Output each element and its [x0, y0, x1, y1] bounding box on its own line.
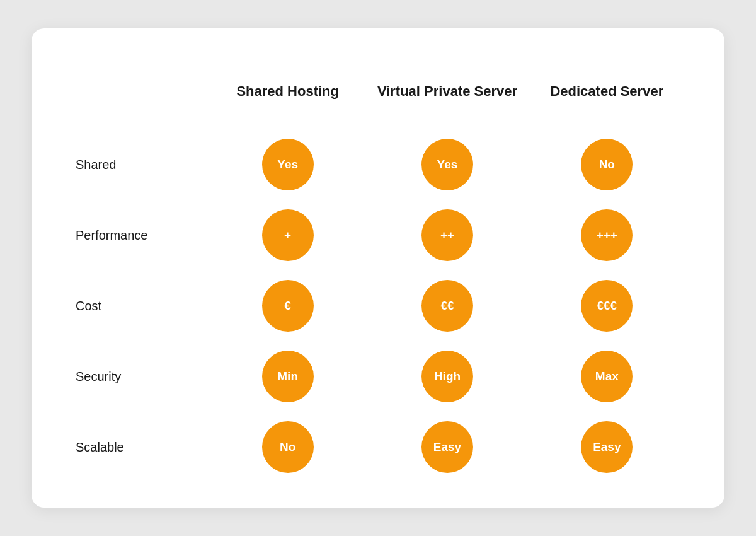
badge-shared-sh: Yes: [262, 139, 314, 190]
cell-shared-ded: No: [527, 139, 687, 190]
column-header-vps: Virtual Private Server: [367, 83, 527, 101]
column-header-shared-hosting: Shared Hosting: [208, 83, 367, 101]
badge-perf-ded: +++: [581, 209, 633, 261]
badge-perf-vps: ++: [421, 209, 473, 261]
badge-shared-ded: No: [581, 139, 633, 190]
cell-perf-vps: ++: [367, 209, 527, 261]
cell-sec-vps: High: [367, 351, 527, 402]
cell-sec-sh: Min: [208, 351, 367, 402]
column-header-dedicated: Dedicated Server: [527, 83, 687, 101]
badge-shared-vps: Yes: [421, 139, 473, 190]
cell-sec-ded: Max: [527, 351, 687, 402]
comparison-table: Shared Hosting Virtual Private Server De…: [69, 54, 687, 482]
cell-scale-ded: Easy: [527, 421, 687, 473]
row-label-scalable: Scalable: [69, 440, 208, 455]
cell-scale-vps: Easy: [367, 421, 527, 473]
cell-perf-sh: +: [208, 209, 367, 261]
badge-cost-vps: €€: [421, 280, 473, 332]
cell-scale-sh: No: [208, 421, 367, 473]
cell-shared-sh: Yes: [208, 139, 367, 190]
badge-perf-sh: +: [262, 209, 314, 261]
row-label-performance: Performance: [69, 228, 208, 243]
cell-perf-ded: +++: [527, 209, 687, 261]
comparison-card: Shared Hosting Virtual Private Server De…: [32, 28, 724, 508]
badge-sec-sh: Min: [262, 351, 314, 402]
badge-cost-ded: €€€: [581, 280, 633, 332]
cell-cost-sh: €: [208, 280, 367, 332]
badge-scale-ded: Easy: [581, 421, 633, 473]
cell-cost-ded: €€€: [527, 280, 687, 332]
cell-cost-vps: €€: [367, 280, 527, 332]
row-label-cost: Cost: [69, 299, 208, 313]
row-label-security: Security: [69, 370, 208, 384]
row-label-shared: Shared: [69, 158, 208, 172]
badge-sec-vps: High: [421, 351, 473, 402]
badge-cost-sh: €: [262, 280, 314, 332]
badge-sec-ded: Max: [581, 351, 633, 402]
cell-shared-vps: Yes: [367, 139, 527, 190]
badge-scale-sh: No: [262, 421, 314, 473]
badge-scale-vps: Easy: [421, 421, 473, 473]
